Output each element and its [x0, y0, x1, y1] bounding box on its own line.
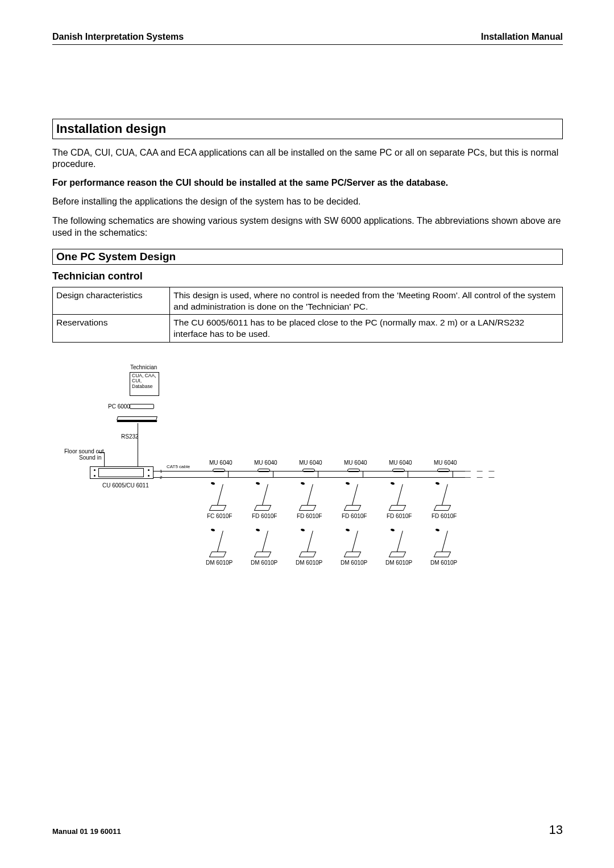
label-fd: FD 6010F	[297, 513, 322, 519]
conn-line	[318, 471, 318, 478]
footer-manual-id: Manual 01 19 60011	[52, 827, 121, 836]
label-fd: FD 6010F	[342, 513, 367, 519]
mu-icon	[347, 469, 360, 472]
table-cell-r1c1: Design characteristics	[53, 287, 170, 315]
mic-head-icon	[211, 528, 215, 532]
page-number: 13	[549, 823, 563, 837]
mic-head-icon	[391, 528, 395, 532]
mic-stem-icon	[217, 484, 223, 505]
label-mu: MU 6040	[344, 460, 367, 466]
label-fd: FD 6010F	[252, 513, 277, 519]
table-row: Design characteristics This design is us…	[53, 287, 563, 315]
bold-paragraph: For performance reason the CUI should be…	[52, 178, 563, 188]
label-floor-sound-out: Floor sound out	[64, 448, 104, 454]
rack-unit-icon	[90, 466, 154, 479]
header-left: Danish Interpretation Systems	[52, 32, 184, 42]
mic-head-icon	[301, 482, 305, 485]
label-cu: CU 6005/CU 6011	[102, 482, 149, 489]
audio-line2	[104, 452, 105, 466]
mic-head-icon	[346, 528, 350, 532]
mu-icon	[213, 469, 225, 472]
section-title-box: Installation design	[52, 119, 563, 139]
label-mu: MU 6040	[254, 460, 277, 466]
mic-stem-icon	[217, 531, 223, 552]
header-right: Installation Manual	[481, 32, 563, 42]
mic-head-icon	[391, 482, 395, 485]
cable-line	[138, 423, 138, 466]
bus2-dash: — — —	[465, 474, 497, 480]
conn-line	[408, 471, 408, 478]
label-mu: MU 6040	[209, 460, 233, 466]
mu-icon	[437, 469, 450, 472]
mic-base-icon	[344, 505, 362, 511]
label-mu: MU 6040	[389, 460, 412, 466]
label-fd: FD 6010F	[387, 513, 412, 519]
mic-stem-icon	[307, 484, 313, 505]
label-mu: MU 6040	[299, 460, 322, 466]
spec-table: Design characteristics This design is us…	[52, 287, 563, 343]
mic-base-icon	[254, 505, 272, 511]
label-mu: MU 6040	[434, 460, 457, 466]
mic-stem-icon	[442, 484, 448, 505]
paragraph-3: The following schematics are showing var…	[52, 215, 563, 238]
mu-icon	[392, 469, 405, 472]
subsection-title-box: One PC System Design	[52, 249, 563, 265]
label-dm: DM 6010P	[385, 560, 412, 566]
conn-line	[363, 471, 363, 478]
label-dm: DM 6010P	[341, 560, 367, 566]
mic-stem-icon	[442, 531, 448, 552]
bus2-line	[154, 477, 465, 478]
mic-base-icon	[344, 552, 362, 557]
mic-base-icon	[434, 505, 451, 511]
paragraph-1: The CDA, CUI, CUA, CAA and ECA applicati…	[52, 147, 563, 170]
mic-stem-icon	[262, 484, 268, 505]
audio-line	[98, 452, 104, 453]
mic-base-icon	[209, 505, 227, 511]
mic-stem-icon	[397, 531, 403, 552]
table-cell-r2c1: Reservations	[53, 315, 170, 343]
label-technician: Technician	[130, 364, 157, 370]
label-sound-in: Sound in	[79, 454, 101, 461]
paragraph-2: Before installing the applications the d…	[52, 196, 563, 207]
label-fd: FD 6010F	[432, 513, 457, 519]
schematic-diagram: Technician CUA, CAA, CUI, Database PC 60…	[56, 362, 522, 578]
mic-head-icon	[256, 482, 260, 485]
section-title: Installation design	[56, 122, 559, 136]
mic-base-icon	[389, 552, 406, 557]
mic-base-icon	[299, 552, 317, 557]
mic-stem-icon	[352, 484, 358, 505]
conn-line	[273, 471, 273, 478]
conn-line	[453, 471, 453, 478]
mic-base-icon	[209, 552, 227, 557]
mic-head-icon	[346, 482, 350, 485]
monitor-box: CUA, CAA, CUI, Database	[130, 372, 159, 396]
sub-heading: Technician control	[52, 270, 563, 282]
mic-head-icon	[301, 528, 305, 532]
pc-base-icon	[130, 404, 154, 409]
keyboard-base-icon	[117, 420, 157, 422]
table-cell-r2c2: The CU 6005/6011 has to be placed close …	[170, 315, 563, 343]
mic-head-icon	[256, 528, 260, 532]
table-cell-r1c2: This design is used, where no control is…	[170, 287, 563, 315]
bus1-dash: — — —	[465, 468, 497, 474]
label-pc6000: PC 6000	[108, 403, 130, 410]
mic-base-icon	[254, 552, 272, 557]
mic-base-icon	[389, 505, 406, 511]
mic-head-icon	[211, 482, 215, 485]
mic-base-icon	[434, 552, 451, 557]
table-row: Reservations The CU 6005/6011 has to be …	[53, 315, 563, 343]
label-dm: DM 6010P	[296, 560, 322, 566]
header-divider	[52, 44, 563, 45]
monitor-apps-text: CUA, CAA, CUI, Database	[131, 373, 158, 389]
mu-icon	[258, 469, 270, 472]
label-dm: DM 6010P	[206, 560, 233, 566]
label-dm: DM 6010P	[430, 560, 457, 566]
label-rs232: RS232	[121, 433, 139, 440]
conn-line	[228, 471, 229, 478]
footer: Manual 01 19 60011 13	[52, 823, 563, 837]
mic-stem-icon	[262, 531, 268, 552]
mic-stem-icon	[397, 484, 403, 505]
label-fc: FC 6010F	[207, 513, 232, 519]
mic-stem-icon	[307, 531, 313, 552]
conn-line	[225, 471, 233, 471]
